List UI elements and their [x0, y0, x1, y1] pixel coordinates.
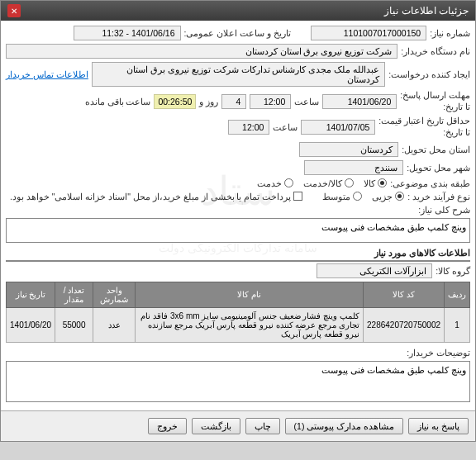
group-field: ابزارآلات الکتریکی — [317, 263, 432, 278]
button-bar: پاسخ به نیاز مشاهده مدارک پیوستی (1) چاپ… — [1, 410, 475, 441]
exit-button[interactable]: خروج — [148, 418, 187, 434]
payment-checkbox[interactable] — [293, 192, 302, 201]
radio-service[interactable] — [284, 178, 293, 187]
attachments-button[interactable]: مشاهده مدارک پیوستی (1) — [285, 418, 404, 434]
requester-label: ایجاد کننده درخواست: — [388, 69, 470, 79]
col-code: کد کالا — [364, 282, 445, 307]
contact-link[interactable]: اطلاعات تماس خریدار — [6, 69, 88, 79]
radio-partial[interactable] — [395, 192, 404, 201]
time-label-1: ساعت — [294, 97, 319, 107]
items-table: ردیف کد کالا نام کالا واحد شمارش تعداد /… — [6, 282, 470, 343]
remaining-label: ساعت باقی مانده — [85, 97, 151, 107]
need-number-field: 1101007017000150 — [311, 26, 426, 40]
announce-field: 1401/06/16 - 11:32 — [74, 26, 181, 40]
titlebar: جزئیات اطلاعات نیاز ✕ — [1, 1, 475, 21]
cell-qty: 55000 — [55, 307, 93, 342]
close-icon[interactable]: ✕ — [7, 4, 21, 17]
process-label: نوع فرآیند خرید : — [407, 192, 470, 202]
province-field: کردستان — [299, 142, 398, 157]
col-idx: ردیف — [445, 282, 470, 307]
print-button[interactable]: چاپ — [245, 418, 280, 434]
buyer-field: شرکت توزیع نیروی برق استان کردستان — [6, 44, 397, 59]
category-radio-group: کالا کالا/خدمت خدمت — [257, 178, 387, 188]
radio-medium[interactable] — [353, 192, 362, 201]
radio-goods-service[interactable] — [345, 178, 354, 187]
respond-button[interactable]: پاسخ به نیاز — [408, 418, 469, 434]
group-label: گروه کالا: — [436, 266, 470, 276]
need-number-label: شماره نیاز: — [430, 28, 470, 38]
validity-label: حداقل تاریخ اعتبار قیمت:تا تاریخ: — [378, 116, 470, 138]
validity-time-field: 12:00 — [228, 120, 269, 135]
buyer-label: نام دستگاه خریدار: — [401, 46, 470, 56]
radio-goods[interactable] — [378, 178, 387, 187]
countdown-timer: 00:26:50 — [154, 94, 196, 109]
deadline-label: مهلت ارسال پاسخ:تا تاریخ: — [400, 90, 470, 112]
col-name: نام کالا — [136, 282, 364, 307]
requester-field: عبدالله ملک مجدی کارشناس تدارکات شرکت تو… — [92, 62, 385, 87]
summary-textbox: وینچ کلمپ طبق مشخصات فنی پیوست — [6, 218, 470, 243]
cell-unit: عدد — [93, 307, 136, 342]
province-label: استان محل تحویل: — [402, 145, 470, 154]
deadline-time-field: 12:00 — [250, 94, 291, 109]
buyer-notes-textbox: وینچ کلمپ طبق مشخصات فنی پیوست — [6, 361, 470, 402]
deadline-date-field: 1401/06/20 — [322, 94, 397, 109]
col-qty: تعداد / مقدار — [55, 282, 93, 307]
validity-date-field: 1401/07/05 — [301, 120, 375, 135]
cell-date: 1401/06/20 — [7, 307, 55, 342]
col-date: تاریخ نیاز — [7, 282, 55, 307]
city-field: سنندج — [304, 160, 403, 175]
cell-name: کلمپ وینچ فشار ضعیف جنس آلومینیومی سایز … — [136, 307, 364, 342]
table-row[interactable]: 1 2286420720750002 کلمپ وینچ فشار ضعیف ج… — [7, 307, 470, 342]
process-radio-group: جزیی متوسط — [322, 192, 404, 202]
time-label-2: ساعت — [273, 122, 298, 132]
days-label: روز و — [199, 97, 218, 107]
cell-idx: 1 — [445, 307, 470, 342]
announce-label: تاریخ و ساعت اعلان عمومی: — [184, 28, 292, 38]
cell-code: 2286420720750002 — [364, 307, 445, 342]
window-title: جزئیات اطلاعات نیاز — [384, 5, 469, 17]
summary-label: شرح کلی نیاز: — [418, 205, 470, 215]
col-unit: واحد شمارش — [93, 282, 136, 307]
city-label: شهر محل تحویل: — [407, 163, 470, 173]
items-section-header: اطلاعات کالاهای مورد نیاز — [6, 248, 470, 262]
buyer-notes-label: توضیحات خریدار: — [407, 348, 470, 358]
back-button[interactable]: بازگشت — [192, 418, 240, 434]
days-field: 4 — [221, 94, 246, 109]
category-label: طبقه بندی موضوعی: — [390, 178, 470, 188]
